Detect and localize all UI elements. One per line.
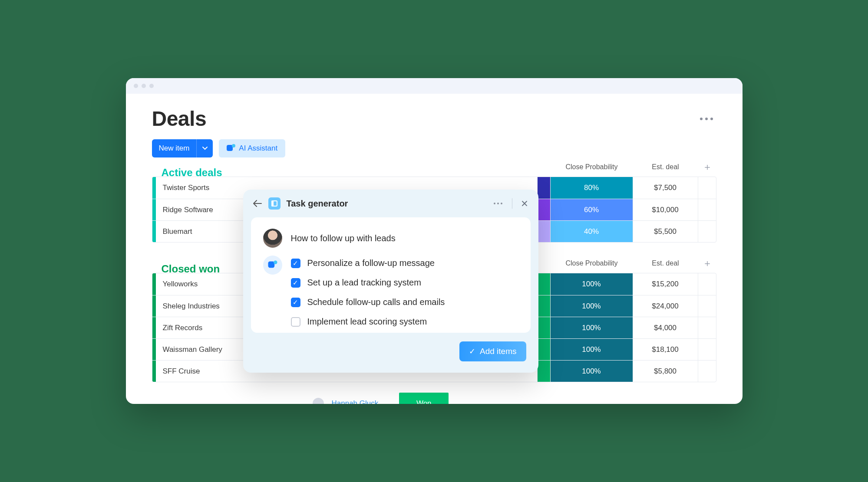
group-color-bar — [152, 295, 156, 317]
close-probability-cell[interactable]: 100% — [550, 317, 633, 338]
row-end-cell — [698, 221, 716, 242]
task-generator-icon — [268, 197, 281, 210]
row-end-cell — [698, 339, 716, 360]
panel-more-menu[interactable] — [492, 201, 504, 206]
status-strip-cell — [537, 339, 550, 360]
new-item-button[interactable]: New item — [152, 139, 213, 157]
check-icon: ✓ — [469, 347, 475, 356]
task-item[interactable]: Implement lead scoring system — [291, 317, 518, 327]
row-end-cell — [698, 295, 716, 317]
app-window: Deals New item AI Assistant Active deals — [126, 78, 743, 404]
add-column-button[interactable]: ＋ — [698, 257, 716, 270]
task-item[interactable]: Personalize a follow-up message — [291, 258, 518, 268]
add-items-button[interactable]: ✓ Add items — [459, 341, 526, 361]
status-strip-cell — [537, 221, 550, 242]
task-label: Schedule follow-up calls and emails — [307, 297, 445, 307]
task-item[interactable]: Schedule follow-up calls and emails — [291, 297, 518, 307]
status-badge[interactable]: Won — [399, 393, 449, 404]
ai-sparkle-icon — [227, 144, 235, 153]
close-probability-cell[interactable]: 100% — [550, 273, 633, 295]
checkbox[interactable] — [291, 259, 300, 268]
status-strip-cell — [537, 199, 550, 220]
est-deal-cell[interactable]: $15,200 — [633, 273, 698, 295]
row-end-cell — [698, 361, 716, 382]
status-strip-cell — [537, 295, 550, 317]
page-title: Deals — [152, 107, 207, 131]
section-header-row: Active deals Close Probability Est. deal… — [152, 157, 716, 177]
ai-assistant-button[interactable]: AI Assistant — [219, 139, 285, 157]
row-end-cell — [698, 317, 716, 338]
checkbox[interactable] — [291, 298, 300, 307]
window-dot — [149, 84, 154, 88]
group-color-bar — [152, 339, 156, 360]
checkbox[interactable] — [291, 278, 300, 288]
est-deal-cell[interactable]: $7,500 — [633, 177, 698, 199]
column-header-prob[interactable]: Close Probability — [551, 259, 633, 267]
est-deal-cell[interactable]: $24,000 — [633, 295, 698, 317]
ai-sparkle-icon — [268, 261, 277, 270]
task-item[interactable]: Set up a lead tracking system — [291, 278, 518, 288]
close-probability-cell[interactable]: 100% — [550, 339, 633, 360]
new-item-label: New item — [152, 144, 197, 153]
status-strip-cell — [537, 361, 550, 382]
row-peek-overlay: Hannah GluckWon — [313, 393, 449, 404]
group-color-bar — [152, 177, 156, 199]
window-dot — [142, 84, 146, 88]
status-strip-cell — [537, 177, 550, 199]
ai-avatar — [263, 256, 282, 275]
ai-assistant-label: AI Assistant — [239, 144, 277, 153]
est-deal-cell[interactable]: $5,800 — [633, 361, 698, 382]
panel-title: Task generator — [287, 199, 486, 209]
status-strip-cell — [537, 273, 550, 295]
close-probability-cell[interactable]: 40% — [550, 221, 633, 242]
contact-name[interactable]: Hannah Gluck — [324, 399, 386, 404]
close-probability-cell[interactable]: 60% — [550, 199, 633, 220]
close-probability-cell[interactable]: 100% — [550, 361, 633, 382]
window-dot — [134, 84, 138, 88]
user-avatar — [263, 229, 282, 248]
page-more-menu[interactable] — [696, 114, 716, 124]
close-icon[interactable] — [520, 199, 529, 208]
user-prompt: How to follow up with leads — [291, 233, 396, 243]
divider — [512, 198, 512, 209]
avatar — [313, 398, 324, 404]
add-column-button[interactable]: ＋ — [698, 161, 716, 174]
group-color-bar — [152, 221, 156, 242]
add-items-label: Add items — [480, 347, 516, 356]
checkbox[interactable] — [291, 317, 300, 327]
column-header-est[interactable]: Est. deal — [633, 259, 698, 267]
est-deal-cell[interactable]: $10,000 — [633, 199, 698, 220]
status-strip-cell — [537, 317, 550, 338]
new-item-dropdown[interactable] — [196, 139, 213, 157]
row-end-cell — [698, 199, 716, 220]
group-color-bar — [152, 317, 156, 338]
row-end-cell — [698, 177, 716, 199]
group-color-bar — [152, 273, 156, 295]
task-label: Personalize a follow-up message — [307, 258, 435, 268]
column-header-prob[interactable]: Close Probability — [551, 163, 633, 171]
est-deal-cell[interactable]: $18,100 — [633, 339, 698, 360]
group-color-bar — [152, 199, 156, 220]
row-end-cell — [698, 273, 716, 295]
group-color-bar — [152, 361, 156, 382]
close-probability-cell[interactable]: 80% — [550, 177, 633, 199]
est-deal-cell[interactable]: $5,500 — [633, 221, 698, 242]
task-generator-panel: Task generator How to follow up with lea… — [243, 190, 538, 373]
back-button[interactable] — [253, 199, 262, 208]
task-label: Set up a lead tracking system — [307, 278, 421, 288]
close-probability-cell[interactable]: 100% — [550, 295, 633, 317]
task-label: Implement lead scoring system — [307, 317, 427, 327]
window-titlebar — [126, 78, 743, 94]
column-header-est[interactable]: Est. deal — [633, 163, 698, 171]
est-deal-cell[interactable]: $4,000 — [633, 317, 698, 338]
